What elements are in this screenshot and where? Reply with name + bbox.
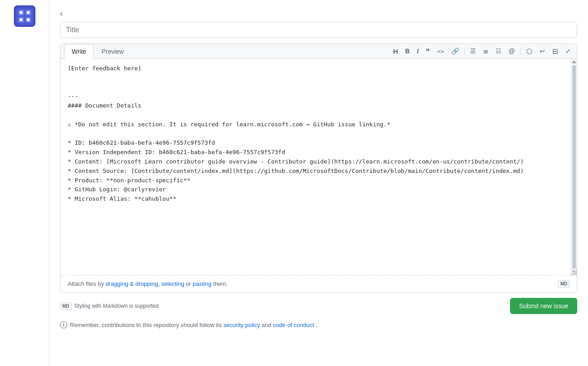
toolbar-divider-2 xyxy=(520,47,521,55)
ref-btn[interactable]: ⬡ xyxy=(523,45,535,57)
svg-rect-9 xyxy=(27,18,30,21)
editor-tabs: Write Preview H B I ❝ <> 🔗 ☰ ≣ ☷ @ ⬡ ↩ xyxy=(61,44,577,59)
back-arrow[interactable]: ‹ xyxy=(60,9,63,18)
scrollbar-thumb[interactable] xyxy=(572,65,576,269)
heading-btn[interactable]: H xyxy=(390,46,401,57)
attach-area: Attach files by dragging & dropping, sel… xyxy=(61,275,577,292)
footer-text: Remember, contributions to this reposito… xyxy=(70,322,317,328)
task-list-btn[interactable]: ☷ xyxy=(493,46,504,56)
unordered-list-btn[interactable]: ☰ xyxy=(467,46,479,56)
info-icon: i xyxy=(60,321,67,328)
editor-container: Write Preview H B I ❝ <> 🔗 ☰ ≣ ☷ @ ⬡ ↩ xyxy=(60,43,577,293)
app-logo[interactable] xyxy=(14,5,35,27)
security-policy-link[interactable]: security policy xyxy=(224,322,260,328)
tab-write[interactable]: Write xyxy=(64,44,94,59)
markdown-info-text: Styling with Markdown is supported xyxy=(74,303,159,309)
markdown-icon-attach: MD xyxy=(558,280,570,288)
toolbar-divider-1 xyxy=(464,47,465,55)
main-content: ‹ Write Preview H B I ❝ <> 🔗 ☰ ≣ ☷ xyxy=(49,0,588,366)
strikethrough-btn[interactable]: ⊟ xyxy=(549,45,561,57)
resize-handle[interactable] xyxy=(571,269,577,275)
svg-rect-7 xyxy=(27,11,30,14)
svg-rect-1 xyxy=(16,7,34,25)
attach-drag-link[interactable]: dragging & dropping xyxy=(106,280,158,287)
editor-textarea[interactable]: [Enter feedback here] --- #### Document … xyxy=(61,59,577,274)
editor-toolbar: H B I ❝ <> 🔗 ☰ ≣ ☷ @ ⬡ ↩ ⊟ ⤢ xyxy=(390,45,573,57)
editor-scrollbar[interactable] xyxy=(571,59,577,275)
attach-select-link[interactable]: selecting xyxy=(161,280,184,287)
italic-btn[interactable]: I xyxy=(414,46,421,56)
link-btn[interactable]: 🔗 xyxy=(449,46,462,56)
quote-btn[interactable]: ❝ xyxy=(423,45,432,57)
bottom-bar: MD Styling with Markdown is supported Su… xyxy=(60,298,577,314)
svg-rect-8 xyxy=(20,18,22,21)
footer-note: i Remember, contributions to this reposi… xyxy=(60,321,577,328)
svg-rect-6 xyxy=(20,11,22,14)
attach-paste-link[interactable]: pasting xyxy=(193,280,212,287)
bold-btn[interactable]: B xyxy=(402,46,412,56)
tab-preview[interactable]: Preview xyxy=(94,44,131,59)
title-input[interactable] xyxy=(60,22,577,38)
fullscreen-btn[interactable]: ⤢ xyxy=(562,46,573,56)
sidebar xyxy=(0,0,49,366)
editor-inner: [Enter feedback here] --- #### Document … xyxy=(61,59,577,275)
undo-btn[interactable]: ↩ xyxy=(537,46,548,56)
attach-text: Attach files by dragging & dropping, sel… xyxy=(68,280,228,287)
mention-btn[interactable]: @ xyxy=(506,46,518,56)
submit-button[interactable]: Submit new issue xyxy=(510,298,577,314)
markdown-icon-bottom: MD xyxy=(60,302,72,310)
ordered-list-btn[interactable]: ≣ xyxy=(480,46,491,56)
code-btn[interactable]: <> xyxy=(434,46,447,56)
markdown-info: MD Styling with Markdown is supported xyxy=(60,302,159,310)
code-of-conduct-link[interactable]: code of conduct xyxy=(273,322,314,328)
scrollbar-up-arrow[interactable] xyxy=(572,60,576,63)
